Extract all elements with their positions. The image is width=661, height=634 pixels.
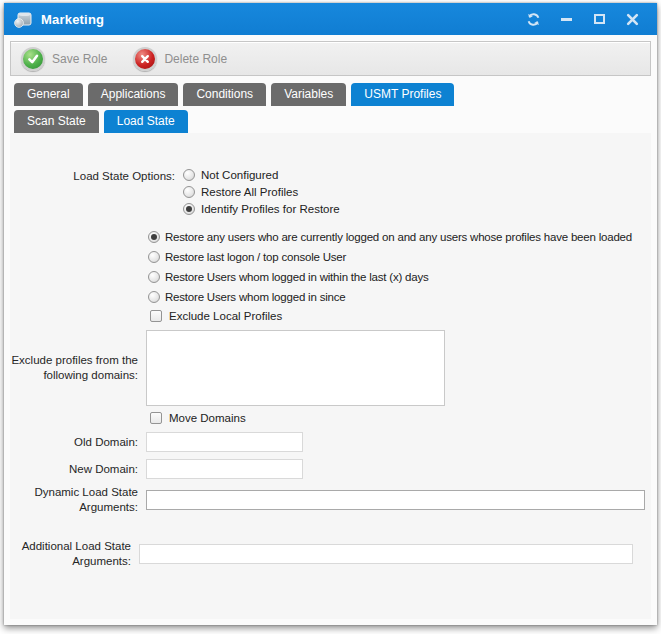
tab-row-usmt: Scan State Load State — [14, 110, 651, 133]
radio-label: Restore last logon / top console User — [165, 251, 346, 263]
radio-icon-selected[interactable] — [148, 231, 160, 243]
marketing-window: Marketing Save Role — [4, 3, 657, 625]
old-domain-field[interactable] — [146, 432, 303, 452]
radio-option-restore-logged-on-users[interactable]: Restore any users who are currently logg… — [148, 230, 651, 245]
maximize-icon — [594, 14, 605, 24]
window-icon — [13, 11, 33, 28]
old-domain-row: Old Domain: — [10, 432, 651, 452]
dynamic-args-label: Dynamic Load State Arguments: — [10, 485, 146, 515]
dynamic-args-field[interactable] — [146, 490, 645, 510]
tab-usmt-profiles[interactable]: USMT Profiles — [351, 83, 454, 106]
check-circle-icon — [21, 47, 45, 71]
tab-conditions[interactable]: Conditions — [183, 83, 266, 106]
restore-options-group: Restore any users who are currently logg… — [148, 230, 651, 305]
radio-option-restore-since[interactable]: Restore Users whom logged in since — [148, 290, 651, 305]
move-domains-label: Move Domains — [169, 412, 246, 424]
maximize-button[interactable] — [584, 7, 614, 31]
new-domain-row: New Domain: — [10, 459, 651, 479]
close-icon — [626, 13, 639, 26]
move-domains-checkbox[interactable] — [150, 412, 162, 424]
radio-option-restore-all-profiles[interactable]: Restore All Profiles — [183, 186, 340, 198]
titlebar: Marketing — [4, 3, 657, 35]
delete-role-button[interactable]: Delete Role — [133, 47, 227, 71]
additional-args-field[interactable] — [139, 544, 633, 564]
close-button[interactable] — [617, 7, 647, 31]
additional-args-label: Additional Load State Arguments: — [10, 539, 139, 569]
load-state-panel: Load State Options: Not Configured Resto… — [10, 133, 651, 619]
tab-variables[interactable]: Variables — [271, 83, 346, 106]
new-domain-label: New Domain: — [10, 462, 146, 477]
radio-icon[interactable] — [148, 271, 160, 283]
radio-icon-selected[interactable] — [183, 203, 195, 215]
radio-option-identify-profiles[interactable]: Identify Profiles for Restore — [183, 203, 340, 215]
radio-icon[interactable] — [148, 291, 160, 303]
delete-role-label: Delete Role — [164, 52, 227, 66]
radio-icon[interactable] — [148, 251, 160, 263]
radio-option-restore-last-x-days[interactable]: Restore Users whom logged in within the … — [148, 270, 651, 285]
radio-label: Restore Users whom logged in since — [165, 291, 345, 303]
move-domains-option[interactable]: Move Domains — [150, 412, 651, 424]
x-circle-icon — [133, 47, 157, 71]
new-domain-field[interactable] — [146, 459, 303, 479]
radio-label: Restore any users who are currently logg… — [165, 231, 632, 243]
exclude-domains-row: Exclude profiles from the following doma… — [10, 330, 651, 406]
refresh-button[interactable] — [518, 7, 548, 31]
tab-applications[interactable]: Applications — [88, 83, 179, 106]
minimize-icon — [561, 18, 572, 21]
save-role-label: Save Role — [52, 52, 107, 66]
radio-icon[interactable] — [183, 186, 195, 198]
additional-args-row: Additional Load State Arguments: — [10, 539, 651, 569]
toolbar: Save Role Delete Role — [10, 41, 651, 76]
radio-option-not-configured[interactable]: Not Configured — [183, 169, 340, 181]
radio-option-restore-last-logon[interactable]: Restore last logon / top console User — [148, 250, 651, 265]
load-state-options-row: Load State Options: Not Configured Resto… — [10, 169, 651, 220]
save-role-button[interactable]: Save Role — [21, 47, 107, 71]
tab-scan-state[interactable]: Scan State — [14, 110, 99, 133]
refresh-icon — [526, 12, 541, 27]
load-state-options-group: Not Configured Restore All Profiles Iden… — [183, 169, 340, 220]
tab-row-main: General Applications Conditions Variable… — [14, 83, 651, 106]
tab-general[interactable]: General — [14, 83, 83, 106]
old-domain-label: Old Domain: — [10, 435, 146, 450]
exclude-domains-textarea[interactable] — [146, 330, 445, 406]
radio-label: Restore Users whom logged in within the … — [165, 271, 429, 283]
radio-label: Not Configured — [201, 169, 278, 181]
tab-load-state[interactable]: Load State — [104, 110, 188, 133]
exclude-local-profiles-option[interactable]: Exclude Local Profiles — [150, 310, 651, 322]
radio-icon[interactable] — [183, 169, 195, 181]
exclude-local-profiles-label: Exclude Local Profiles — [169, 310, 282, 322]
radio-label: Restore All Profiles — [201, 186, 298, 198]
window-title: Marketing — [41, 12, 518, 27]
load-state-options-label: Load State Options: — [10, 169, 183, 184]
exclude-local-profiles-checkbox[interactable] — [150, 310, 162, 322]
exclude-domains-label: Exclude profiles from the following doma… — [10, 353, 146, 383]
window-body: Save Role Delete Role General Applicatio… — [4, 35, 657, 625]
dynamic-args-row: Dynamic Load State Arguments: — [10, 485, 651, 515]
radio-label: Identify Profiles for Restore — [201, 203, 340, 215]
minimize-button[interactable] — [551, 7, 581, 31]
